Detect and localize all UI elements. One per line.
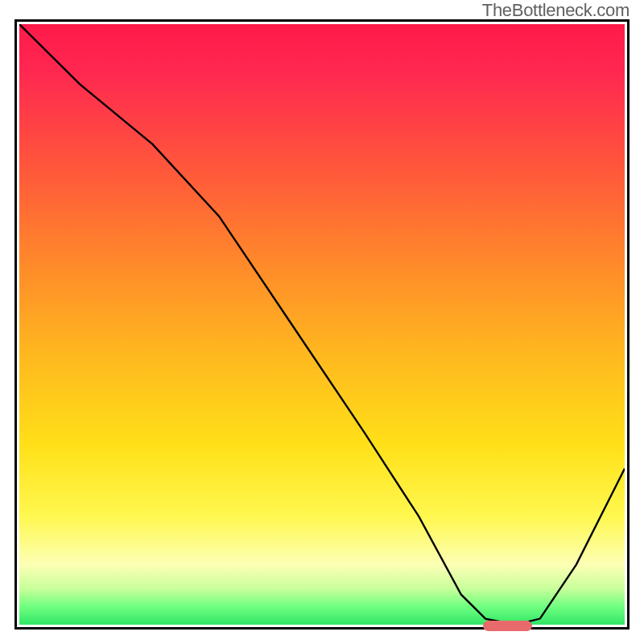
- watermark-text: TheBottleneck.com: [482, 0, 630, 21]
- optimum-marker: [483, 621, 532, 631]
- plot-area: [19, 24, 625, 625]
- chart-frame: [14, 19, 630, 630]
- bottleneck-line: [19, 24, 625, 625]
